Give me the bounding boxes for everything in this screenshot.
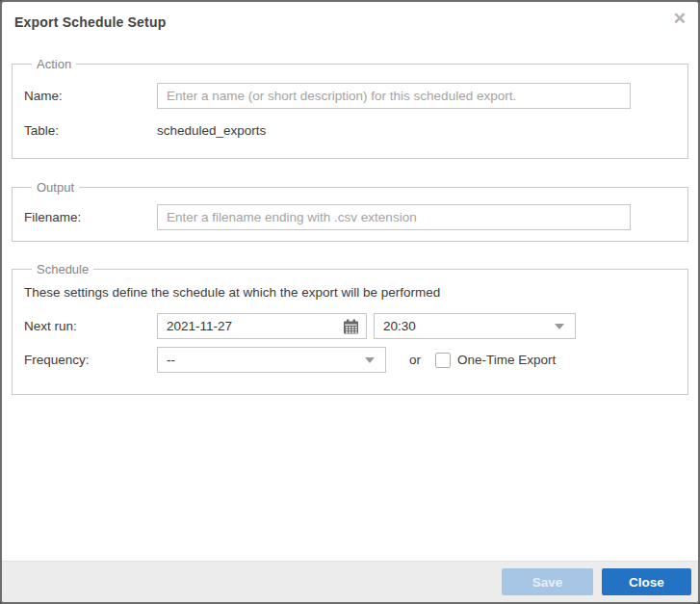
filename-input[interactable]	[157, 204, 631, 230]
table-label: Table:	[24, 123, 157, 138]
schedule-description: These settings define the schedule at wh…	[24, 285, 676, 300]
dialog-title: Export Schedule Setup	[14, 14, 166, 30]
next-run-time-select[interactable]: 20:30	[374, 313, 576, 339]
next-run-label: Next run:	[24, 319, 157, 333]
one-time-export-label[interactable]: One-Time Export	[457, 353, 556, 367]
frequency-label: Frequency:	[24, 353, 157, 367]
next-run-time-value: 20:30	[383, 319, 416, 333]
action-section: Action Name: Table: scheduled_exports	[12, 57, 688, 159]
frequency-select[interactable]: --	[157, 347, 386, 373]
save-button[interactable]: Save	[502, 568, 593, 595]
schedule-legend: Schedule	[32, 262, 93, 276]
frequency-row: Frequency: -- or One-Time Export	[24, 347, 676, 373]
or-label: or	[409, 353, 421, 367]
frequency-value: --	[167, 353, 175, 367]
action-legend: Action	[32, 57, 76, 71]
output-legend: Output	[32, 180, 79, 195]
name-input[interactable]	[157, 83, 631, 109]
close-button[interactable]: Close	[602, 568, 691, 595]
name-row: Name:	[24, 83, 676, 109]
schedule-section: Schedule These settings define the sched…	[12, 262, 688, 395]
next-run-date-field[interactable]	[157, 313, 367, 339]
table-value: scheduled_exports	[157, 123, 266, 138]
dialog-footer: Save Close	[2, 561, 698, 602]
one-time-export-checkbox[interactable]	[435, 353, 451, 368]
next-run-date-input[interactable]	[158, 315, 312, 337]
chevron-down-icon	[555, 324, 564, 329]
calendar-icon[interactable]	[343, 319, 359, 334]
close-icon[interactable]: ✕	[673, 10, 687, 29]
filename-row: Filename:	[24, 204, 676, 230]
table-row: Table: scheduled_exports	[24, 123, 676, 138]
output-section: Output Filename:	[12, 180, 688, 242]
filename-label: Filename:	[24, 210, 157, 224]
next-run-row: Next run:	[24, 313, 676, 339]
name-label: Name:	[24, 89, 157, 103]
export-schedule-dialog: Export Schedule Setup ✕ Action Name: Tab…	[0, 0, 700, 604]
chevron-down-icon	[365, 357, 375, 363]
dialog-title-bar: Export Schedule Setup	[2, 2, 698, 31]
